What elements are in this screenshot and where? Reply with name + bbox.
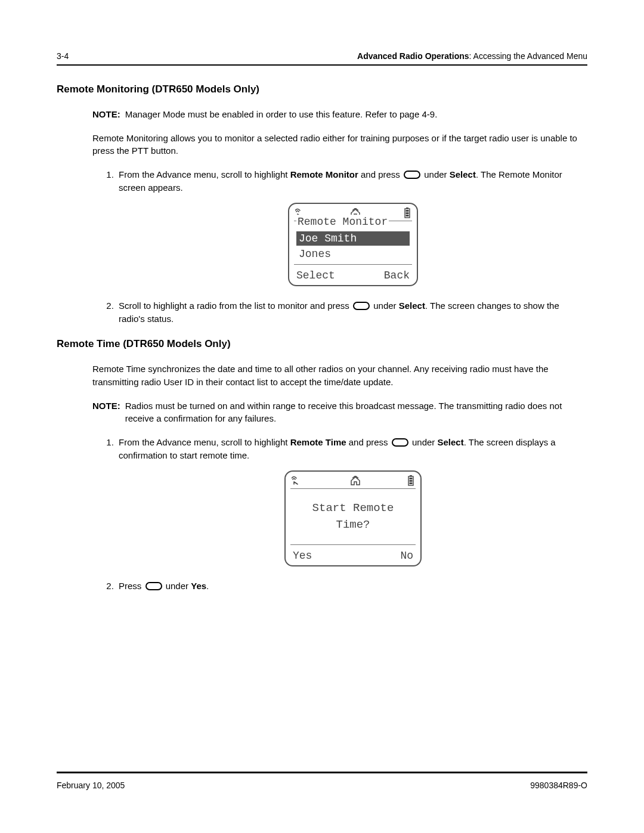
- section-heading-remote-monitoring: Remote Monitoring (DTR650 Models Only): [57, 82, 587, 97]
- step-item: From the Advance menu, scroll to highlig…: [116, 436, 587, 566]
- home-icon: [350, 476, 361, 485]
- footer-rule: [57, 772, 587, 773]
- svg-rect-3: [406, 212, 409, 214]
- svg-rect-8: [410, 480, 413, 482]
- radio-screen-remote-monitor: Remote Monitor Joe Smith Jones Select Ba…: [288, 203, 418, 286]
- step-list: From the Advance menu, scroll to highlig…: [103, 168, 587, 325]
- section-body: Remote Monitoring allows you to monitor …: [92, 132, 587, 158]
- softkey-right: No: [400, 549, 413, 563]
- softkey-right: Back: [384, 268, 410, 283]
- note-label: NOTE:: [92, 108, 120, 121]
- step-item: Scroll to highlight a radio from the lis…: [116, 299, 587, 326]
- screen-line: Time?: [293, 516, 413, 534]
- footer-date: February 10, 2005: [57, 779, 125, 791]
- list-item: Jones: [296, 247, 410, 261]
- softkey-left: Select: [296, 268, 335, 283]
- note-text: Manager Mode must be enabled in order to…: [125, 108, 438, 121]
- list-item-selected: Joe Smith: [296, 231, 410, 246]
- section-body: Remote Time synchronizes the date and ti…: [92, 363, 587, 389]
- svg-rect-1: [406, 208, 408, 209]
- page-number: 3-4: [57, 50, 69, 62]
- radio-screen-remote-time: Start Remote Time? Yes No: [284, 470, 422, 566]
- softkey-button-icon: [404, 171, 420, 179]
- note-text: Radios must be turned on and within rang…: [125, 400, 587, 426]
- softkey-button-icon: [392, 438, 408, 447]
- softkey-button-icon: [145, 582, 162, 590]
- note-block: NOTE: Radios must be turned on and withi…: [92, 400, 587, 426]
- battery-icon: [407, 475, 414, 486]
- signal-icon: [292, 476, 304, 485]
- step-list: From the Advance menu, scroll to highlig…: [103, 436, 587, 593]
- note-block: NOTE: Manager Mode must be enabled in or…: [92, 108, 587, 121]
- footer-docnum: 9980384R89-O: [530, 779, 587, 791]
- softkey-button-icon: [353, 302, 370, 310]
- header-rule: [57, 64, 587, 66]
- step-item: From the Advance menu, scroll to highlig…: [116, 168, 587, 286]
- svg-rect-6: [410, 475, 412, 476]
- note-label: NOTE:: [92, 400, 120, 426]
- svg-rect-7: [410, 478, 413, 479]
- softkey-left: Yes: [293, 549, 312, 563]
- svg-rect-9: [410, 482, 413, 484]
- screen-title: Remote Monitor: [296, 215, 389, 229]
- svg-rect-2: [406, 210, 409, 212]
- section-heading-remote-time: Remote Time (DTR650 Models Only): [57, 337, 587, 352]
- chapter-title: Advanced Radio Operations: Accessing the…: [357, 50, 587, 62]
- step-item: Press under Yes.: [116, 580, 587, 593]
- screen-line: Start Remote: [293, 500, 413, 517]
- page-header: 3-4 Advanced Radio Operations: Accessing…: [57, 50, 587, 62]
- page-footer: February 10, 2005 9980384R89-O: [57, 779, 587, 791]
